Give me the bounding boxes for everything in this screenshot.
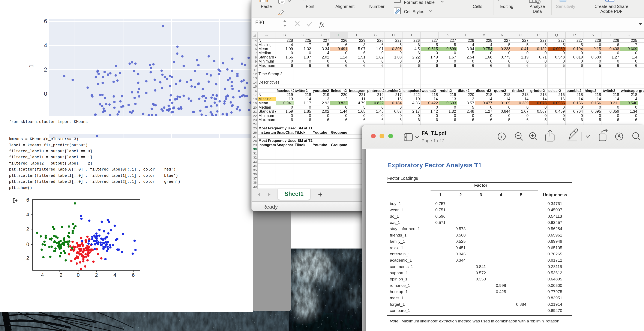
svg-text:4: 4 [113, 272, 116, 278]
svg-text:−2: −2 [56, 272, 62, 278]
svg-text:6: 6 [132, 272, 134, 278]
svg-text:−2: −2 [23, 255, 29, 261]
svg-text:fx: fx [319, 21, 324, 28]
svg-text:2: 2 [26, 226, 29, 232]
svg-text:2: 2 [95, 272, 98, 278]
svg-text:0: 0 [77, 272, 80, 278]
svg-text:0: 0 [26, 242, 29, 247]
svg-text:4: 4 [26, 212, 29, 218]
svg-text:6: 6 [26, 197, 29, 203]
svg-text:−4: −4 [38, 272, 44, 278]
